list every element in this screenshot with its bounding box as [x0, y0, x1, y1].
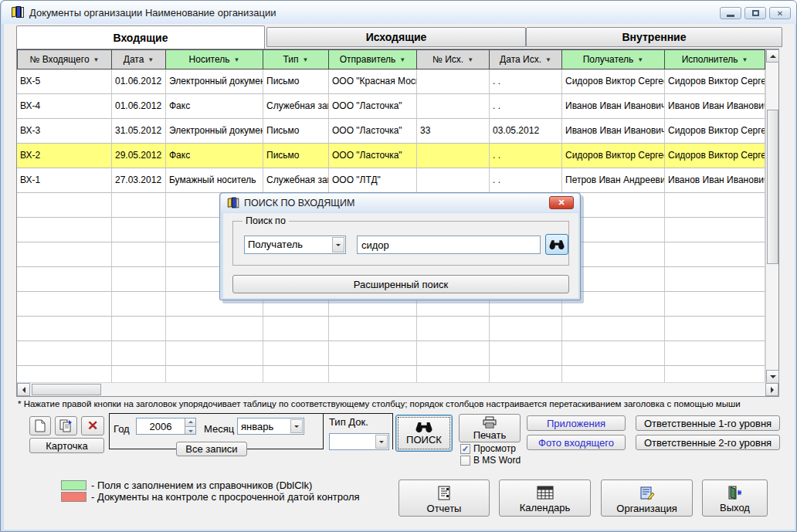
exit-button[interactable]: Выход: [702, 479, 768, 517]
minimize-button[interactable]: [720, 7, 741, 19]
header-cell[interactable]: Исполнитель▼: [665, 49, 765, 69]
msword-checkbox-box[interactable]: [460, 456, 470, 466]
header-cell[interactable]: Дата Исх.▼: [490, 49, 562, 69]
dialog-title: ПОИСК ПО ВХОДЯЩИМ: [244, 198, 354, 208]
header-cell[interactable]: Отправитель▼: [329, 49, 417, 69]
calendar-button-label: Календарь: [520, 502, 571, 513]
table-row[interactable]: ВХ-401.06.2012ФаксСлужебная запООО "Ласт…: [17, 94, 765, 119]
sort-arrow-icon[interactable]: ▼: [545, 56, 551, 63]
combo-arrow-button[interactable]: [332, 237, 344, 252]
table-header-row: № Входящего▼Дата▼Носитель▼Тип▼Отправител…: [17, 49, 765, 69]
header-cell[interactable]: Носитель▼: [166, 49, 263, 69]
msword-checkbox[interactable]: В MS Word: [460, 455, 521, 466]
sort-arrow-icon[interactable]: ▼: [148, 56, 154, 63]
table-cell: [112, 317, 166, 341]
advanced-search-button[interactable]: Расширенный поиск: [232, 275, 569, 293]
app-window: Документы организации Наименование орган…: [0, 0, 797, 532]
table-cell: [562, 366, 665, 382]
chevron-down-icon: [294, 425, 299, 430]
vertical-scrollbar[interactable]: [765, 49, 778, 383]
header-cell[interactable]: Тип▼: [263, 49, 329, 69]
combo-arrow-button[interactable]: [290, 419, 303, 433]
photo-button[interactable]: Фото входящего: [527, 435, 626, 450]
sort-arrow-icon[interactable]: ▼: [93, 56, 100, 63]
header-cell[interactable]: № Входящего▼: [17, 49, 112, 69]
search-field-combobox[interactable]: Получатель: [244, 236, 346, 254]
month-combobox[interactable]: январь: [237, 418, 304, 435]
responsible-level2-button[interactable]: Ответственные 2-го уровня: [636, 435, 780, 450]
table-cell: [665, 242, 765, 267]
scroll-down-button[interactable]: [766, 370, 779, 383]
table-row[interactable]: ВХ-127.03.2012Бумажный носительСлужебная…: [17, 168, 765, 193]
header-cell[interactable]: Получатель▼: [562, 49, 665, 69]
table-row[interactable]: ВХ-501.06.2012Электронный документПисьмо…: [17, 69, 765, 94]
header-cell[interactable]: № Исх.▼: [417, 49, 490, 69]
card-button[interactable]: Карточка: [29, 438, 104, 453]
header-cell[interactable]: Дата▼: [112, 49, 166, 69]
combo-arrow-button[interactable]: [375, 435, 388, 449]
search-group-label: Поиск по: [242, 215, 289, 226]
scroll-right-button[interactable]: [765, 383, 778, 396]
search-query-input[interactable]: [357, 236, 541, 254]
all-records-button[interactable]: Все записи: [176, 442, 247, 456]
scroll-left-button[interactable]: [17, 383, 30, 396]
print-button[interactable]: Печать: [459, 414, 521, 442]
table-cell: Петров Иван Андреевич: [562, 168, 665, 193]
table-empty-row[interactable]: [17, 366, 765, 382]
table-cell: [329, 341, 417, 366]
dialog-find-button[interactable]: [545, 234, 568, 255]
responsible-level1-button[interactable]: Ответственные 1-го уровня: [636, 415, 780, 431]
maximize-button[interactable]: [744, 7, 766, 19]
table-cell: [112, 242, 166, 267]
preview-checkbox[interactable]: ✓ Просмотр: [460, 443, 516, 454]
horizontal-scrollbar[interactable]: [17, 382, 778, 396]
tab-outgoing[interactable]: Исходящие: [266, 27, 526, 47]
minimize-icon: [727, 15, 734, 17]
year-spin-down-button[interactable]: [185, 426, 195, 434]
table-empty-row[interactable]: [17, 317, 765, 341]
year-spin-up-button[interactable]: [185, 418, 195, 426]
attachments-button[interactable]: Приложения: [527, 415, 626, 431]
sort-arrow-icon[interactable]: ▼: [637, 56, 643, 63]
table-cell: 33: [417, 119, 490, 144]
dialog-close-button[interactable]: ✕: [549, 196, 574, 209]
calendar-button[interactable]: Календарь: [499, 479, 591, 517]
tab-internal[interactable]: Внутренние: [526, 27, 782, 47]
table-row[interactable]: ВХ-229.05.2012ФаксПисьмоООО "Ласточка". …: [17, 144, 765, 168]
table-cell: 29.05.2012: [112, 144, 166, 168]
header-label: Получатель: [583, 54, 634, 65]
sort-arrow-icon[interactable]: ▼: [234, 56, 240, 63]
table-cell: [490, 366, 562, 382]
horizontal-scrollbar-thumb[interactable]: [32, 384, 101, 395]
copy-document-button[interactable]: [55, 416, 77, 435]
close-button[interactable]: ✕: [769, 7, 791, 19]
preview-checkbox-label: Просмотр: [473, 443, 516, 454]
table-cell: Письмо: [263, 119, 329, 144]
sort-arrow-icon[interactable]: ▼: [741, 56, 748, 63]
tab-incoming[interactable]: Входящие: [16, 25, 265, 49]
doc-type-combobox[interactable]: [329, 433, 389, 450]
search-button[interactable]: ПОИСК: [395, 415, 453, 452]
new-document-button[interactable]: [29, 416, 51, 435]
sort-arrow-icon[interactable]: ▼: [303, 56, 309, 63]
table-cell: Факс: [166, 94, 263, 119]
table-cell: Иванов Иван Иванович: [665, 94, 765, 119]
table-cell: ВХ-3: [17, 119, 112, 144]
sort-arrow-icon[interactable]: ▼: [399, 56, 405, 63]
table-cell: [329, 366, 417, 382]
preview-checkbox-box[interactable]: ✓: [460, 444, 470, 454]
reports-button[interactable]: Отчеты: [398, 479, 490, 517]
table-cell: [665, 193, 765, 218]
vertical-scrollbar-thumb[interactable]: [767, 110, 778, 264]
binoculars-icon: [549, 239, 565, 250]
dialog-close-icon: ✕: [558, 198, 565, 208]
table-empty-row[interactable]: [17, 341, 765, 366]
table-row[interactable]: ВХ-331.05.2012Электронный документПисьмо…: [17, 119, 765, 144]
year-input[interactable]: [137, 419, 184, 433]
table-cell: Иванов Иван Иванович: [665, 168, 765, 193]
delete-document-button[interactable]: ✕: [81, 416, 104, 435]
organization-button[interactable]: Организация: [601, 479, 693, 517]
scroll-up-button[interactable]: [766, 49, 779, 63]
sort-arrow-icon[interactable]: ▼: [467, 56, 473, 63]
search-button-label: ПОИСК: [406, 434, 442, 446]
